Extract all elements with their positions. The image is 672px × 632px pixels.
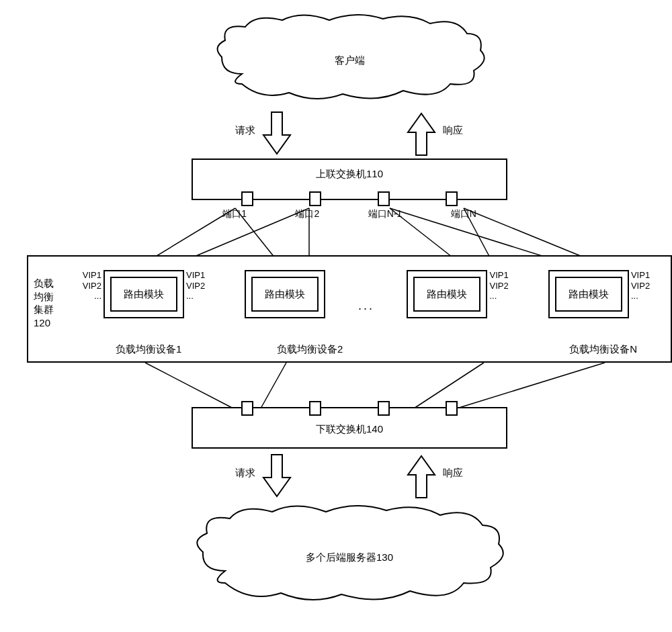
lb-name-2: 负载均衡设备2 <box>277 343 343 356</box>
arrow-down-icon <box>262 453 292 499</box>
lb-device-2: 路由模块 <box>245 270 325 318</box>
response-label: 响应 <box>443 124 463 137</box>
uplink-switch-title: 上联交换机110 <box>193 160 506 186</box>
load-balance-cluster: 负载 均衡 集群 120 VIP1 VIP2 ... 路由模块 VIP1 <box>27 255 672 363</box>
port-label-1: 端口1 <box>222 208 247 220</box>
response-label: 响应 <box>443 467 463 480</box>
uplink-port-2 <box>309 191 321 206</box>
lb-name-n: 负载均衡设备N <box>569 343 637 356</box>
uplink-port-n <box>446 191 458 206</box>
request-label: 请求 <box>235 124 255 137</box>
architecture-diagram: 客户端 请求 响应 上联交换机110 端口1 端口2 端口N-1 端口N <box>13 13 659 618</box>
vip-list: VIP1 VIP2 ... <box>184 270 212 302</box>
lb-device-n: 路由模块 VIP1 VIP2 ... <box>548 270 657 318</box>
top-response-arrow: 响应 <box>407 111 436 156</box>
client-cloud: 客户端 <box>208 13 491 107</box>
uplink-switch: 上联交换机110 <box>192 159 507 200</box>
uplink-port-1 <box>241 191 253 206</box>
port-label-2: 端口2 <box>295 208 319 220</box>
uplink-port-n-1 <box>378 191 390 206</box>
request-label: 请求 <box>235 467 255 480</box>
client-label: 客户端 <box>335 54 365 67</box>
bottom-request-arrow: 请求 <box>262 453 292 499</box>
vip-list: VIP1 VIP2 ... <box>487 270 515 302</box>
route-module: 路由模块 <box>413 277 480 312</box>
route-module: 路由模块 <box>110 277 177 312</box>
lb-name-1: 负载均衡设备1 <box>116 343 181 356</box>
port-label-n: 端口N <box>451 208 476 220</box>
port-label-n-1: 端口N-1 <box>368 208 403 220</box>
arrow-up-icon <box>407 111 436 156</box>
vip-list: VIP1 VIP2 ... <box>75 270 103 302</box>
cluster-label: 负载 均衡 集群 120 <box>34 277 60 329</box>
arrow-up-icon <box>407 453 436 499</box>
servers-cloud: 多个后端服务器130 <box>188 504 511 611</box>
downlink-port-3 <box>378 401 390 416</box>
downlink-port-2 <box>309 401 321 416</box>
route-module: 路由模块 <box>251 277 319 312</box>
route-module: 路由模块 <box>555 277 622 312</box>
downlink-switch: 下联交换机140 <box>192 407 507 449</box>
arrow-down-icon <box>262 111 292 156</box>
uplink-port-labels: 端口1 端口2 端口N-1 端口N <box>192 208 507 220</box>
ellipsis: ... <box>358 299 374 313</box>
vip-list: VIP1 VIP2 ... <box>629 270 657 302</box>
servers-label: 多个后端服务器130 <box>306 551 393 564</box>
lb-device-1: VIP1 VIP2 ... 路由模块 VIP1 VIP2 ... <box>75 270 212 318</box>
bottom-response-arrow: 响应 <box>407 453 436 499</box>
downlink-port-1 <box>241 401 253 416</box>
top-request-arrow: 请求 <box>262 111 292 156</box>
lb-device-n-1: 路由模块 VIP1 VIP2 ... <box>407 270 515 318</box>
downlink-port-4 <box>446 401 458 416</box>
